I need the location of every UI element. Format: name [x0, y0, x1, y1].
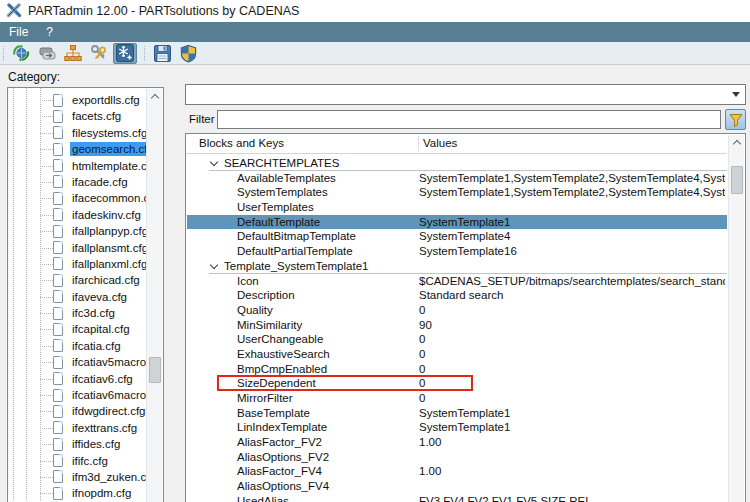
tree-item[interactable]: ifm3d_zuken.cfg: [8, 469, 146, 485]
menu-help[interactable]: ?: [37, 23, 62, 41]
table-row[interactable]: MirrorFilter0: [187, 391, 727, 406]
file-icon: [53, 159, 63, 172]
tree-item[interactable]: filesystems.cfg: [8, 125, 146, 141]
column-header-values[interactable]: Values: [423, 137, 457, 149]
tree-item[interactable]: ifaveva.cfg: [8, 289, 146, 305]
tree-item[interactable]: ifadeskinv.cfg: [8, 207, 146, 223]
table-row[interactable]: UsedAliasFV3,FV4,FV2,FV1,FV5,SIZE,REL: [187, 494, 727, 502]
table-scrollbar-thumb[interactable]: [731, 166, 743, 194]
chevron-expanded-icon[interactable]: [210, 261, 218, 269]
file-icon: [53, 290, 63, 303]
file-icon: [53, 126, 63, 139]
filter-button[interactable]: [725, 109, 746, 130]
tree-item[interactable]: htmltemplate.cfg: [8, 158, 146, 174]
table-row[interactable]: ExhaustiveSearch0: [187, 347, 727, 362]
scroll-up-icon[interactable]: [147, 89, 163, 105]
table-row[interactable]: DefaultPartialTemplateSystemTemplate16: [187, 244, 727, 259]
tree-item-label: ifallplanpyp.cfg: [70, 224, 146, 238]
table-row[interactable]: Icon$CADENAS_SETUP/bitmaps/searchtemplat…: [187, 274, 727, 289]
table-row[interactable]: SizeDependent0: [187, 376, 727, 391]
tree-connector: [40, 297, 53, 298]
structure-button[interactable]: [61, 43, 85, 64]
tree-connector: [40, 313, 53, 314]
tree-item[interactable]: ifallplanxml.cfg: [8, 256, 146, 272]
tree-item[interactable]: ifacecommon.cfg: [8, 190, 146, 206]
row-value: 1.00: [419, 464, 725, 479]
table-row[interactable]: MinSimilarity90: [187, 318, 727, 333]
tree-connector: [40, 215, 53, 216]
transfer-button[interactable]: [35, 43, 59, 64]
tree-item[interactable]: ifarchicad.cfg: [8, 272, 146, 288]
column-header-blocks-and-keys[interactable]: Blocks and Keys: [199, 137, 284, 149]
row-value: 1.00: [419, 435, 725, 450]
tree-item[interactable]: ifallplanpyp.cfg: [8, 223, 146, 239]
tree-connector: [40, 346, 53, 347]
save-button[interactable]: [150, 43, 174, 64]
table-row[interactable]: UserChangeable0: [187, 332, 727, 347]
table-group-row[interactable]: Template_SystemTemplate1: [187, 259, 727, 274]
row-value: 0: [419, 303, 725, 318]
file-icon: [53, 110, 63, 123]
tree-connector: [40, 362, 53, 363]
tree-item[interactable]: ifcatiav5macro.cfg: [8, 354, 146, 370]
row-key: DefaultPartialTemplate: [237, 244, 353, 259]
tree-connector: [40, 379, 53, 380]
combobox-dropdown-button[interactable]: [727, 85, 745, 104]
menu-file[interactable]: File: [0, 23, 37, 41]
tree-item[interactable]: ifnopdm.cfg: [8, 485, 146, 501]
tree-item[interactable]: ifcatia.cfg: [8, 338, 146, 354]
tree-item[interactable]: facets.cfg: [8, 108, 146, 124]
tree-item[interactable]: ifdwgdirect.cfg: [8, 403, 146, 419]
tree-item-label: ifallplanxml.cfg: [70, 257, 146, 271]
scroll-up-icon[interactable]: [729, 135, 745, 151]
tree-item[interactable]: ifacade.cfg: [8, 174, 146, 190]
tree-item[interactable]: ifallplansmt.cfg: [8, 240, 146, 256]
layers-transfer-icon: [37, 43, 57, 63]
license-button[interactable]: [87, 43, 111, 64]
tree-item[interactable]: iffides.cfg: [8, 436, 146, 452]
update-index-button[interactable]: [9, 43, 33, 64]
row-value: SystemTemplate1: [419, 215, 725, 230]
tree-item-label: ifnopdm.cfg: [70, 486, 133, 500]
tree-item[interactable]: ifcapital.cfg: [8, 321, 146, 337]
row-key: DefaultBitmapTemplate: [237, 229, 356, 244]
file-icon: [53, 257, 63, 270]
filter-input[interactable]: [217, 110, 721, 129]
tree-connector: [40, 477, 53, 478]
chevron-expanded-icon[interactable]: [210, 158, 218, 166]
table-scrollbar[interactable]: [728, 135, 744, 502]
tree-item[interactable]: exportdlls.cfg: [8, 92, 146, 108]
tree-item[interactable]: ifcatiav6macro.cfg: [8, 387, 146, 403]
table-row[interactable]: BaseTemplateSystemTemplate1: [187, 406, 727, 421]
tree-scrollbar-thumb[interactable]: [149, 357, 161, 383]
table-row[interactable]: AliasOptions_FV2: [187, 450, 727, 465]
admin-button[interactable]: [176, 43, 200, 64]
configuration-button[interactable]: [113, 43, 137, 64]
table-row[interactable]: UserTemplates: [187, 200, 727, 215]
config-file-combobox[interactable]: [185, 84, 746, 105]
table-row[interactable]: AliasFactor_FV41.00: [187, 464, 727, 479]
tree-connector: [40, 248, 53, 249]
table-row[interactable]: DefaultTemplateSystemTemplate1: [187, 215, 727, 230]
table-row[interactable]: DescriptionStandard search: [187, 288, 727, 303]
tree-item[interactable]: ifexttrans.cfg: [8, 420, 146, 436]
table-row[interactable]: DefaultBitmapTemplateSystemTemplate4: [187, 229, 727, 244]
tree-item[interactable]: ifc3d.cfg: [8, 305, 146, 321]
tree-item[interactable]: ifcatiav6.cfg: [8, 371, 146, 387]
file-icon: [53, 192, 63, 205]
tree-item[interactable]: ififc.cfg: [8, 453, 146, 469]
tree-scrollbar[interactable]: [146, 89, 162, 502]
row-key: SystemTemplates: [237, 185, 328, 200]
tree-item[interactable]: geomsearch.cfg: [8, 141, 146, 157]
tree-connector: [40, 493, 53, 494]
table-row[interactable]: AliasFactor_FV21.00: [187, 435, 727, 450]
tree-connector: [40, 149, 53, 150]
table-group-row[interactable]: SEARCHTEMPLATES: [187, 156, 727, 171]
table-row[interactable]: AvailableTemplatesSystemTemplate1,System…: [187, 171, 727, 186]
tree-item-label: filesystems.cfg: [70, 126, 146, 140]
table-row[interactable]: Quality0: [187, 303, 727, 318]
table-row[interactable]: BmpCmpEnabled0: [187, 362, 727, 377]
table-row[interactable]: AliasOptions_FV4: [187, 479, 727, 494]
table-row[interactable]: LinIndexTemplateSystemTemplate1: [187, 420, 727, 435]
table-row[interactable]: SystemTemplatesSystemTemplate1,SystemTem…: [187, 185, 727, 200]
